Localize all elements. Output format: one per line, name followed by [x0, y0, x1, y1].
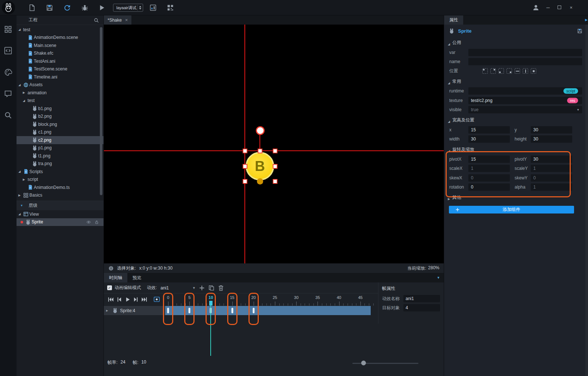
hierarchy-dropdown-icon[interactable]: ▼ — [20, 204, 23, 207]
tree-item-script[interactable]: ▶script — [17, 176, 104, 184]
tree-item-Timeline.ani[interactable]: Timeline.ani — [17, 73, 104, 81]
rotation-input[interactable]: 0 — [468, 183, 510, 191]
anchor-bottom-right-button[interactable] — [507, 68, 512, 74]
dropdown-stepper-icon[interactable] — [137, 5, 141, 11]
target-object-input[interactable]: 4 — [403, 304, 440, 311]
var-input[interactable] — [468, 49, 582, 56]
scrollbar-thumb[interactable] — [100, 27, 102, 195]
save-prefab-icon[interactable] — [577, 28, 583, 34]
debug-button[interactable] — [81, 4, 88, 11]
alpha-input[interactable]: 1 — [531, 183, 572, 191]
y-input[interactable]: 30 — [531, 126, 572, 134]
pivotx-input[interactable]: 15 — [468, 156, 510, 163]
tree-item-c1.png[interactable]: c1.png — [17, 128, 104, 136]
save-button[interactable] — [46, 4, 53, 11]
tree-item-TestAni.ani[interactable]: TestAni.ani — [17, 57, 104, 65]
tab-properties[interactable]: 属性 — [444, 15, 463, 25]
tree-item-TestScene.scene[interactable]: TestScene.scene — [17, 65, 104, 73]
layaair-logo-icon[interactable] — [2, 1, 15, 14]
pivot-point[interactable] — [257, 178, 263, 185]
tree-item-AnimationDemo.scene[interactable]: AnimationDemo.scene — [17, 34, 104, 42]
selection-handle-bottom-left[interactable] — [243, 179, 247, 184]
tree-item-p1.png[interactable]: p1.png — [17, 144, 104, 152]
new-file-button[interactable] — [28, 4, 36, 11]
collapsed-icon[interactable]: ▶ — [23, 178, 28, 181]
section-size-position[interactable]: ◢宽高及位置 — [444, 114, 588, 125]
track-label[interactable]: ▶ Sprite:4 — [104, 306, 165, 315]
tree-item-Scripts[interactable]: ◢Scripts — [17, 168, 104, 176]
visibility-icon[interactable] — [86, 219, 92, 225]
visible-select[interactable]: true ▼ — [468, 106, 582, 113]
sync-button[interactable] — [63, 4, 71, 11]
anchor-bottom-left-button[interactable] — [498, 68, 504, 74]
build-report-button[interactable] — [149, 4, 157, 11]
lock-icon[interactable] — [94, 219, 100, 225]
tree-item-Assets[interactable]: ◢Assets — [17, 81, 104, 89]
feedback-icon[interactable] — [4, 90, 12, 98]
debug-target-dropdown[interactable]: layaair调试 — [113, 4, 143, 12]
scalex-input[interactable]: 1 — [468, 165, 510, 172]
collapsed-icon[interactable]: ▶ — [23, 91, 28, 94]
skewx-input[interactable]: 0 — [468, 174, 510, 182]
tree-item-Main.scene[interactable]: Main.scene — [17, 41, 104, 50]
height-input[interactable]: 30 — [531, 135, 572, 143]
code-editor-icon[interactable] — [4, 47, 12, 55]
slider-thumb[interactable] — [361, 361, 366, 365]
expanded-icon[interactable]: ◢ — [18, 28, 23, 31]
scene-canvas[interactable]: B — [104, 25, 444, 263]
keyframe-15[interactable] — [231, 308, 233, 313]
timeline-menu-icon[interactable]: ▼ — [437, 276, 444, 280]
anchor-top-left-button[interactable] — [482, 68, 488, 74]
dropdown-icon[interactable]: ▼ — [577, 108, 580, 112]
anchor-center-horizontal-button[interactable] — [515, 68, 520, 74]
tree-item-block.png[interactable]: block.png — [17, 120, 104, 128]
collapsed-icon[interactable]: ▶ — [18, 194, 23, 197]
sprite-object[interactable]: B — [246, 152, 274, 180]
expanded-icon[interactable]: ◢ — [23, 99, 28, 102]
selection-handle-left[interactable] — [243, 164, 247, 169]
maximize-button[interactable] — [555, 4, 563, 12]
design-icon[interactable] — [4, 68, 12, 76]
expanded-icon[interactable]: ◢ — [18, 212, 23, 216]
anim-name-input[interactable]: ani1 — [403, 295, 440, 302]
modules-icon[interactable] — [4, 25, 12, 33]
track-expand-icon[interactable]: ▶ — [106, 309, 111, 312]
tree-item-b2.png[interactable]: b2.png — [17, 113, 104, 121]
selection-handle-bottom-right[interactable] — [273, 179, 277, 184]
tab-close-icon[interactable]: × — [125, 17, 128, 23]
tree-item-b1.png[interactable]: b1.png — [17, 105, 104, 113]
rotation-handle[interactable] — [256, 126, 265, 135]
tab-preview[interactable]: 预览 — [127, 273, 146, 282]
expanded-icon[interactable]: ◢ — [18, 83, 23, 87]
width-input[interactable]: 30 — [468, 135, 510, 143]
keyframe-0[interactable] — [167, 308, 169, 313]
tree-item-test[interactable]: ◢test — [17, 97, 104, 105]
section-general[interactable]: ◢常用 — [444, 76, 588, 87]
qrcode-button[interactable] — [167, 4, 174, 11]
tree-item-Basics[interactable]: ▶Basics — [17, 191, 104, 200]
tree-item-AnimationDemo.ts[interactable]: AnimationDemo.ts — [17, 183, 104, 191]
selection-handle-top-left[interactable] — [243, 149, 247, 153]
texture-input[interactable]: test/c2.png — [468, 97, 582, 104]
tree-item-view[interactable]: ◢ View — [17, 210, 104, 218]
panel-expand-icon[interactable]: ▶ — [585, 18, 588, 22]
tab-shake[interactable]: *Shake × — [104, 15, 131, 25]
tree-item-sprite[interactable]: Sprite — [17, 218, 104, 226]
keyframe-20[interactable] — [253, 308, 254, 313]
section-other[interactable]: ▶其他 — [444, 192, 588, 202]
selection-handle-right[interactable] — [273, 164, 277, 169]
user-account-button[interactable] — [532, 4, 540, 11]
tree-item-test[interactable]: ◢test — [17, 26, 104, 34]
name-input[interactable] — [468, 58, 582, 65]
section-common[interactable]: ◢公用 — [444, 37, 588, 48]
tree-item-c2.png[interactable]: c2.png — [17, 136, 104, 144]
run-button[interactable] — [98, 4, 105, 11]
search-icon[interactable] — [94, 18, 99, 23]
minimize-button[interactable]: ─ — [544, 4, 552, 12]
add-component-button[interactable]: 添加组件 — [449, 206, 574, 213]
skewy-input[interactable]: 0 — [531, 174, 572, 182]
timeline-zoom-slider[interactable] — [352, 360, 418, 366]
keyframe-5[interactable] — [189, 308, 190, 313]
tree-item-tra.png[interactable]: tra.png — [17, 160, 104, 168]
selection-handle-top[interactable] — [258, 149, 262, 153]
